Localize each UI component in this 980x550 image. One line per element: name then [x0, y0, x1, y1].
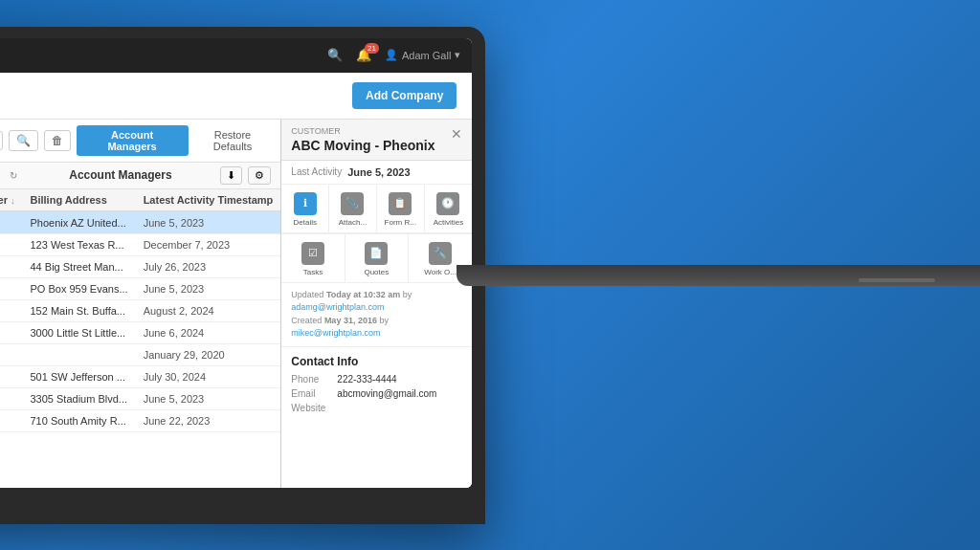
col-date[interactable]: Latest Activity Timestamp — [136, 189, 281, 211]
table-area: ⚙ ▼ 🔍 🗑 Account Managers Restore Default… — [0, 120, 280, 488]
user-chevron-icon: ▾ — [455, 49, 460, 61]
detail-tasks-button[interactable]: ☑ Tasks — [281, 234, 345, 282]
detail-activities-button[interactable]: 🕐 Activities — [425, 185, 473, 233]
search-icon[interactable]: 🔍 — [327, 48, 343, 62]
notifications-icon[interactable]: 🔔 21 — [356, 48, 371, 62]
cell-date: July 26, 2023 — [136, 255, 281, 277]
form-icon: 📋 — [389, 192, 412, 215]
record-count: 1-10 of 87 — [0, 169, 10, 181]
updated-info: Updated Today at 10:32 am by adamg@wrigh… — [281, 283, 472, 347]
action-icons-row2: ☑ Tasks 📄 Quotes 🔧 Work O... — [281, 234, 472, 283]
table-row[interactable]: C83 ABC ... Michael Cox Phoenix AZ Unite… — [0, 211, 280, 234]
table-row[interactable]: C64 BNSF Michael Cox 3000 Little St Litt… — [0, 321, 280, 343]
form-label: Form R... — [385, 218, 416, 227]
cell-date: June 5, 2023 — [136, 211, 281, 234]
cell-address: 501 SW Jefferson ... — [23, 365, 136, 387]
cell-date: June 5, 2023 — [136, 387, 281, 409]
user-menu[interactable]: 👤 Adam Gall ▾ — [385, 49, 460, 61]
detail-form-button[interactable]: 📋 Form R... — [377, 185, 425, 233]
detail-header: Customer ABC Moving - Pheonix ✕ — [281, 120, 472, 161]
detail-attach-button[interactable]: 📎 Attach... — [329, 185, 377, 233]
restore-defaults-button[interactable]: Restore Defaults — [194, 129, 272, 152]
detail-panel: Customer ABC Moving - Pheonix ✕ Last Act… — [280, 120, 472, 488]
contact-phone-row: Phone 222-333-4444 — [291, 374, 462, 385]
table-scroll-area: Number Name Account Manager ↓ Billing Ad… — [0, 189, 280, 488]
contact-info-title: Contact Info — [291, 355, 462, 368]
cell-address: 3305 Stadium Blvd... — [23, 387, 136, 409]
table-row[interactable]: C49 Ace B... Michael Cox 123 West Texas … — [0, 233, 280, 255]
add-company-button[interactable]: Add Company — [352, 82, 457, 109]
detail-company-name: ABC Moving - Pheonix — [291, 138, 434, 153]
cell-address — [23, 343, 136, 365]
created-user-link[interactable]: mikec@wrightplan.com — [291, 328, 380, 338]
page-header: 🏢 Customer Companies Add Company — [0, 73, 472, 120]
activities-label: Activities — [434, 218, 464, 227]
details-label: Details — [293, 218, 316, 227]
cell-address: 710 South Amity R... — [23, 409, 136, 431]
attach-icon: 📎 — [341, 192, 364, 215]
last-activity-row: Last Activity June 5, 2023 — [281, 161, 472, 185]
table-subheader: 1-10 of 87 ↻ Account Managers ⬇ ⚙ — [0, 163, 280, 189]
download-button[interactable]: ⬇ — [220, 166, 242, 185]
search-button[interactable]: 🔍 — [9, 130, 38, 151]
cell-manager: Michael Cox — [0, 321, 23, 343]
last-activity-label: Last Activity — [291, 166, 342, 177]
tab-label: Account Managers — [21, 168, 221, 182]
cell-date: June 6, 2024 — [136, 321, 281, 343]
cell-date: June 22, 2023 — [136, 409, 281, 431]
workorder-label: Work O... — [424, 268, 457, 276]
table-row[interactable]: C84 Centra... Michael Cox 3305 Stadium B… — [0, 387, 280, 409]
cell-manager: Michael Cox — [0, 233, 23, 255]
cell-date: August 2, 2024 — [136, 299, 281, 321]
user-avatar-icon: 👤 — [385, 49, 398, 61]
action-icons-row1: ℹ Details 📎 Attach... 📋 Form R... 🕐 — [281, 185, 472, 234]
cell-address: 44 Big Street Man... — [23, 255, 136, 277]
contact-email-row: Email abcmoving@gmail.com — [291, 388, 462, 399]
phone-label: Phone — [291, 374, 329, 385]
email-value: abcmoving@gmail.com — [337, 388, 436, 399]
tasks-icon: ☑ — [301, 242, 324, 265]
table-row[interactable]: C53 Berry ... Michael Cox PO Box 959 Eva… — [0, 277, 280, 299]
companies-table: Number Name Account Manager ↓ Billing Ad… — [0, 189, 280, 432]
cell-manager: Michael Cox — [0, 409, 23, 431]
cell-date: June 5, 2023 — [136, 277, 281, 299]
col-address[interactable]: Billing Address — [23, 189, 136, 211]
refresh-icon[interactable]: ↻ — [10, 170, 17, 181]
cell-manager: Michael Cox — [0, 299, 23, 321]
settings-button[interactable]: ⚙ — [248, 166, 271, 185]
toolbar: ⚙ ▼ 🔍 🗑 Account Managers Restore Default… — [0, 120, 280, 163]
contact-info-section: Contact Info Phone 222-333-4444 Email ab… — [281, 347, 472, 425]
workorder-icon: 🔧 — [429, 242, 452, 265]
tasks-label: Tasks — [303, 268, 323, 276]
detail-details-button[interactable]: ℹ Details — [281, 185, 329, 233]
detail-close-button[interactable]: ✕ — [451, 126, 462, 142]
updated-user-link[interactable]: adamg@wrightplan.com — [291, 302, 384, 312]
cell-date: December 7, 2023 — [136, 233, 281, 255]
cell-address: 3000 Little St Little... — [23, 321, 136, 343]
quotes-icon: 📄 — [365, 242, 388, 265]
table-row[interactable]: C52 Caterp... Michael Cox 501 SW Jeffers… — [0, 365, 280, 387]
search-input[interactable] — [0, 131, 3, 150]
detail-customer-label: Customer — [291, 126, 434, 136]
table-row[interactable]: C44 Bigwel... Michael Cox 152 Main St. B… — [0, 299, 280, 321]
website-label: Website — [291, 403, 329, 413]
user-name: Adam Gall — [402, 50, 451, 61]
cell-manager: Michael Cox — [0, 365, 23, 387]
activities-icon: 🕐 — [436, 192, 459, 215]
table-row[interactable]: C43 Albacore Michael Cox 44 Big Street M… — [0, 255, 280, 277]
col-manager[interactable]: Account Manager ↓ — [0, 189, 23, 211]
cell-address: 152 Main St. Buffa... — [23, 299, 136, 321]
cell-address: Phoenix AZ United... — [23, 211, 136, 234]
table-row[interactable]: C83 Craig Michael Cox 710 South Amity R.… — [0, 409, 280, 431]
account-managers-button[interactable]: Account Managers — [77, 125, 189, 156]
cell-manager: Michael Cox — [0, 211, 23, 234]
cell-manager: Michael Cox — [0, 277, 23, 299]
phone-value: 222-333-4444 — [337, 374, 396, 385]
cell-manager: Michael Cox — [0, 343, 23, 365]
table-row[interactable]: C91 Canpa Michael Cox January 29, 2020 — [0, 343, 280, 365]
detail-quotes-button[interactable]: 📄 Quotes — [345, 234, 409, 282]
delete-button[interactable]: 🗑 — [44, 130, 71, 151]
cell-date: January 29, 2020 — [136, 343, 281, 365]
cell-date: July 30, 2024 — [136, 365, 281, 387]
email-label: Email — [291, 388, 329, 399]
